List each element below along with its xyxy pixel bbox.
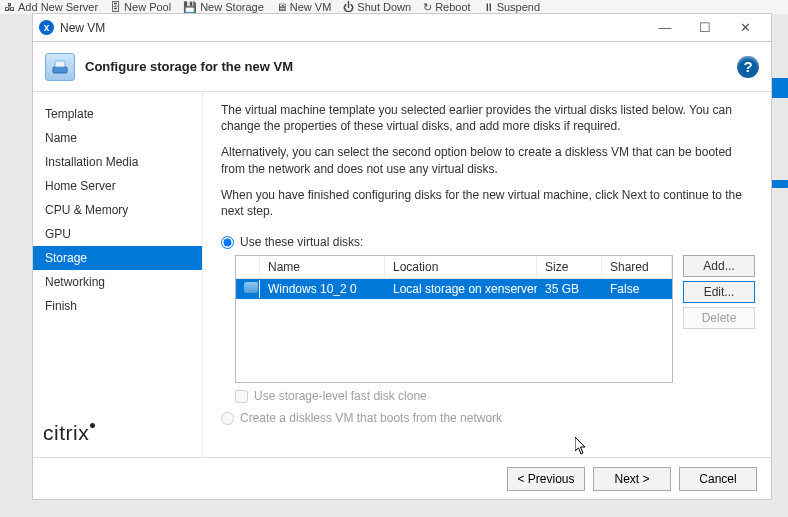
wizard-footer: < Previous Next > Cancel bbox=[33, 457, 771, 499]
cell-name: Windows 10_2 0 bbox=[260, 280, 385, 298]
edit-button[interactable]: Edit... bbox=[683, 281, 755, 303]
fast-clone-checkbox: Use storage-level fast disk clone bbox=[235, 389, 755, 403]
step-cpu-memory[interactable]: CPU & Memory bbox=[33, 198, 202, 222]
delete-button: Delete bbox=[683, 307, 755, 329]
previous-button[interactable]: < Previous bbox=[507, 467, 585, 491]
step-networking[interactable]: Networking bbox=[33, 270, 202, 294]
bg-item: 🗄 New Pool bbox=[110, 0, 171, 14]
disk-icon bbox=[244, 282, 258, 293]
step-storage[interactable]: Storage bbox=[33, 246, 202, 270]
app-icon: x bbox=[39, 20, 54, 35]
intro-text-1: The virtual machine template you selecte… bbox=[221, 102, 755, 134]
cell-shared: False bbox=[602, 280, 672, 298]
th-name[interactable]: Name bbox=[260, 256, 385, 278]
th-shared[interactable]: Shared bbox=[602, 256, 672, 278]
titlebar: x New VM — ☐ ✕ bbox=[32, 13, 772, 41]
radio-use-virtual-disks[interactable]: Use these virtual disks: bbox=[221, 235, 755, 249]
step-template[interactable]: Template bbox=[33, 102, 202, 126]
brand-logo: citrix bbox=[33, 411, 202, 457]
svg-rect-1 bbox=[55, 61, 65, 67]
step-finish[interactable]: Finish bbox=[33, 294, 202, 318]
bg-item: ⏸ Suspend bbox=[483, 0, 540, 14]
content-pane: The virtual machine template you selecte… bbox=[203, 92, 771, 457]
cell-size: 35 GB bbox=[537, 280, 602, 298]
bg-item: 💾 New Storage bbox=[183, 0, 264, 14]
minimize-button[interactable]: — bbox=[645, 14, 685, 41]
radio-use-input[interactable] bbox=[221, 236, 234, 249]
cancel-button[interactable]: Cancel bbox=[679, 467, 757, 491]
bg-item: ↻ Reboot bbox=[423, 0, 470, 14]
radio-diskless-label: Create a diskless VM that boots from the… bbox=[240, 411, 502, 425]
radio-use-label: Use these virtual disks: bbox=[240, 235, 363, 249]
wizard-steps: Template Name Installation Media Home Se… bbox=[33, 92, 203, 457]
table-header: Name Location Size Shared bbox=[236, 256, 672, 279]
page-title: Configure storage for the new VM bbox=[85, 59, 293, 74]
bg-item: 🖥 New VM bbox=[276, 0, 332, 14]
help-icon[interactable]: ? bbox=[737, 56, 759, 78]
svg-rect-0 bbox=[53, 67, 67, 73]
wizard-dialog: Configure storage for the new VM ? Templ… bbox=[32, 41, 772, 500]
storage-icon bbox=[45, 53, 75, 81]
dialog-header: Configure storage for the new VM ? bbox=[33, 42, 771, 92]
th-location[interactable]: Location bbox=[385, 256, 537, 278]
step-name[interactable]: Name bbox=[33, 126, 202, 150]
intro-text-2: Alternatively, you can select the second… bbox=[221, 144, 755, 176]
step-home-server[interactable]: Home Server bbox=[33, 174, 202, 198]
fast-clone-input bbox=[235, 390, 248, 403]
add-button[interactable]: Add... bbox=[683, 255, 755, 277]
step-installation-media[interactable]: Installation Media bbox=[33, 150, 202, 174]
bg-item: 🖧 Add New Server bbox=[4, 0, 98, 14]
close-button[interactable]: ✕ bbox=[725, 14, 765, 41]
bg-item: ⏻ Shut Down bbox=[343, 0, 411, 14]
maximize-button[interactable]: ☐ bbox=[685, 14, 725, 41]
cell-location: Local storage on xenserver bbox=[385, 280, 537, 298]
window-title: New VM bbox=[60, 21, 105, 35]
disks-table[interactable]: Name Location Size Shared Windows 10_2 0… bbox=[235, 255, 673, 383]
fast-clone-label: Use storage-level fast disk clone bbox=[254, 389, 427, 403]
intro-text-3: When you have finished configuring disks… bbox=[221, 187, 755, 219]
th-size[interactable]: Size bbox=[537, 256, 602, 278]
radio-diskless-vm: Create a diskless VM that boots from the… bbox=[221, 411, 755, 425]
background-toolbar: 🖧 Add New Server 🗄 New Pool 💾 New Storag… bbox=[0, 0, 788, 14]
step-gpu[interactable]: GPU bbox=[33, 222, 202, 246]
table-row[interactable]: Windows 10_2 0 Local storage on xenserve… bbox=[236, 279, 672, 299]
radio-diskless-input bbox=[221, 412, 234, 425]
next-button[interactable]: Next > bbox=[593, 467, 671, 491]
